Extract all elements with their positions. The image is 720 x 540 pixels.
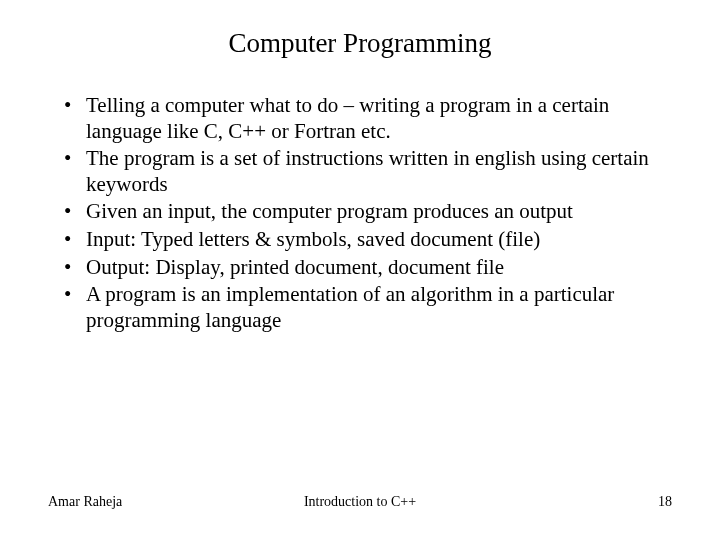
list-item: Telling a computer what to do – writing … <box>64 93 672 144</box>
bullet-list: Telling a computer what to do – writing … <box>48 93 672 333</box>
footer-author: Amar Raheja <box>48 494 122 510</box>
page-title: Computer Programming <box>48 28 672 59</box>
footer-page-number: 18 <box>658 494 672 510</box>
list-item: Output: Display, printed document, docum… <box>64 255 672 281</box>
list-item: The program is a set of instructions wri… <box>64 146 672 197</box>
list-item: A program is an implementation of an alg… <box>64 282 672 333</box>
list-item: Input: Typed letters & symbols, saved do… <box>64 227 672 253</box>
footer-center: Introduction to C++ <box>304 494 416 510</box>
list-item: Given an input, the computer program pro… <box>64 199 672 225</box>
footer: Amar Raheja Introduction to C++ 18 <box>48 494 672 510</box>
